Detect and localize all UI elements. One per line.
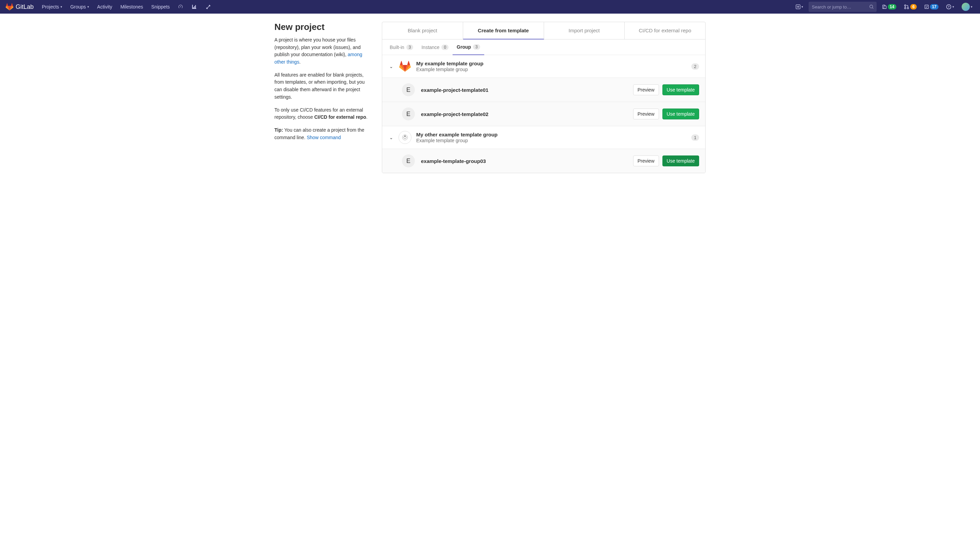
text: . (299, 59, 301, 65)
nav-mr-badge[interactable]: 6 (902, 3, 919, 11)
group-header[interactable]: ⌄My other example template groupExample … (382, 126, 705, 149)
template-avatar: E (402, 107, 415, 120)
desc-paragraph-4: Tip: You can also create a project from … (274, 127, 373, 141)
search-icon (869, 5, 874, 9)
subtab-group[interactable]: Group 3 (453, 40, 484, 55)
preview-button[interactable]: Preview (633, 84, 659, 95)
template-actions: PreviewUse template (633, 84, 699, 95)
nav-projects[interactable]: Projects ▾ (38, 2, 66, 11)
tab-blank-project[interactable]: Blank project (382, 22, 463, 39)
tabs-row: Blank project Create from template Impor… (382, 22, 705, 40)
template-avatar: E (402, 83, 415, 96)
nav-user-menu[interactable]: ▾ (959, 2, 975, 12)
template-actions: PreviewUse template (633, 156, 699, 166)
nav-admin-icon[interactable] (202, 2, 214, 11)
subtab-group-label: Group (457, 44, 471, 50)
svg-point-6 (907, 8, 908, 9)
text: . (366, 114, 368, 120)
svg-rect-3 (884, 6, 886, 8)
nav-todos-badge[interactable]: 17 (922, 3, 940, 11)
chevron-down-icon: ▾ (88, 5, 89, 8)
nav-analytics-icon[interactable] (188, 2, 200, 11)
desc-paragraph-1: A project is where you house your files … (274, 37, 373, 66)
group-count: 1 (691, 134, 699, 141)
show-command-link[interactable]: Show command (307, 135, 341, 140)
gitlab-icon (5, 3, 14, 11)
user-avatar (962, 3, 970, 11)
group-title: My other example template group (416, 132, 687, 137)
todos-count: 17 (930, 4, 939, 10)
nav-performance-icon[interactable] (175, 2, 187, 11)
subtab-instance-count: 0 (441, 45, 449, 50)
nav-help-button[interactable]: ? ▾ (944, 3, 956, 11)
svg-point-4 (905, 5, 906, 6)
nav-plus-button[interactable]: ▾ (794, 3, 805, 11)
navbar: GitLab Projects ▾ Groups ▾ Activity Mile… (0, 0, 980, 14)
desc-paragraph-3: To only use CI/CD features for an extern… (274, 107, 373, 121)
chevron-down-icon: ▾ (802, 5, 803, 8)
group-subtitle: Example template group (416, 67, 687, 72)
subtab-instance[interactable]: Instance 0 (417, 40, 453, 55)
brand-text: GitLab (16, 3, 33, 11)
chevron-down-icon[interactable]: ⌄ (388, 64, 394, 69)
nav-snippets[interactable]: Snippets (148, 2, 173, 11)
svg-point-1 (870, 5, 873, 8)
nav-snippets-label: Snippets (151, 4, 170, 10)
preview-button[interactable]: Preview (633, 156, 659, 166)
template-name: example-project-template01 (421, 87, 627, 93)
nav-groups[interactable]: Groups ▾ (67, 2, 92, 11)
cicd-strong: CI/CD for external repo (314, 114, 366, 120)
group-avatar (399, 60, 412, 73)
subtabs-row: Built-in 3 Instance 0 Group 3 (382, 40, 705, 55)
subtab-group-count: 3 (473, 44, 480, 50)
subtab-builtin-count: 3 (406, 45, 414, 50)
nav-issues-badge[interactable]: 14 (880, 3, 898, 11)
chevron-down-icon[interactable]: ⌄ (388, 135, 394, 140)
nav-milestones[interactable]: Milestones (117, 2, 146, 11)
group-header[interactable]: ⌄My example template groupExample templa… (382, 55, 705, 78)
use-template-button[interactable]: Use template (662, 156, 699, 166)
template-name: example-template-group03 (421, 158, 627, 164)
preview-button[interactable]: Preview (633, 108, 659, 120)
template-name: example-project-template02 (421, 111, 627, 117)
group-subtitle: Example template group (416, 138, 687, 143)
search-box[interactable] (809, 2, 877, 12)
nav-projects-label: Projects (42, 4, 59, 10)
svg-text:?: ? (948, 5, 950, 8)
nav-activity-label: Activity (97, 4, 112, 10)
group-titles: My other example template groupExample t… (416, 132, 687, 143)
page-container: New project A project is where you house… (269, 14, 711, 181)
group-count: 2 (691, 63, 699, 70)
subtab-instance-label: Instance (421, 45, 439, 50)
gitlab-logo[interactable]: GitLab (5, 3, 33, 11)
template-actions: PreviewUse template (633, 108, 699, 120)
template-row: Eexample-project-template02PreviewUse te… (382, 102, 705, 126)
sidebar-description: New project A project is where you house… (274, 22, 373, 173)
template-row: Eexample-project-template01PreviewUse te… (382, 78, 705, 102)
use-template-button[interactable]: Use template (662, 84, 699, 95)
subtab-builtin-label: Built-in (390, 45, 404, 50)
mr-count: 6 (910, 4, 917, 10)
chevron-down-icon: ▾ (953, 5, 954, 8)
subtab-builtin[interactable]: Built-in 3 (386, 40, 417, 55)
template-avatar: E (402, 155, 415, 167)
chevron-down-icon: ▾ (60, 5, 62, 8)
template-row: Eexample-template-group03PreviewUse temp… (382, 149, 705, 173)
search-input[interactable] (812, 5, 869, 10)
template-groups-list: ⌄My example template groupExample templa… (382, 55, 705, 173)
group-titles: My example template groupExample templat… (416, 61, 687, 72)
main-panel: Blank project Create from template Impor… (382, 22, 706, 173)
nav-groups-label: Groups (70, 4, 86, 10)
group-avatar (399, 131, 412, 144)
use-template-button[interactable]: Use template (662, 108, 699, 120)
tab-cicd-external[interactable]: CI/CD for external repo (625, 22, 705, 39)
page-title: New project (274, 22, 373, 32)
nav-activity[interactable]: Activity (94, 2, 116, 11)
tab-create-from-template[interactable]: Create from template (463, 22, 544, 40)
issues-count: 14 (888, 4, 896, 10)
tab-import-project[interactable]: Import project (544, 22, 625, 39)
chevron-down-icon: ▾ (971, 5, 972, 8)
desc-paragraph-2: All features are enabled for blank proje… (274, 72, 373, 101)
svg-point-5 (905, 8, 906, 9)
tip-strong: Tip: (274, 127, 283, 133)
